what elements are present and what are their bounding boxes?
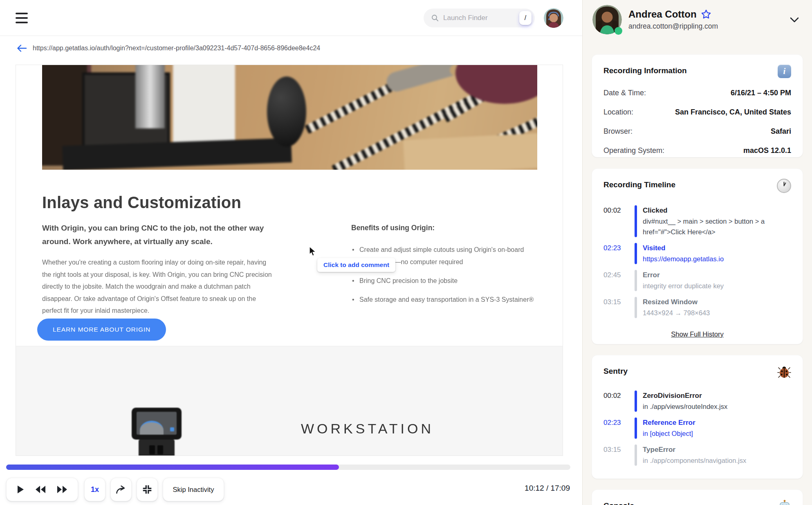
recording-information-card: Recording Information i Date & Time: 6/1… bbox=[592, 54, 803, 157]
search-input[interactable]: Launch Finder / bbox=[424, 9, 535, 27]
event-marker-bar bbox=[635, 205, 637, 237]
transport-controls bbox=[6, 478, 78, 501]
session-url: https://app.getatlas.io/auth/login?next=… bbox=[33, 45, 320, 52]
customer-email: andrea.cotton@rippling.com bbox=[628, 22, 718, 31]
benefits-list: Create and adjust simple cutouts using O… bbox=[351, 244, 538, 306]
sentry-card: Sentry 00:02 ZeroDivision bbox=[592, 355, 803, 479]
search-shortcut-badge: / bbox=[519, 11, 532, 25]
session-replay-app: Launch Finder / bbox=[0, 0, 812, 505]
clock-icon bbox=[777, 179, 791, 193]
event-marker-bar bbox=[635, 270, 637, 291]
benefit-item: Safe storage and easy transportation in … bbox=[351, 294, 538, 306]
online-status-dot bbox=[615, 27, 622, 35]
info-icon: i bbox=[778, 65, 791, 78]
skip-forward-icon bbox=[115, 485, 127, 494]
learn-more-button: LEARN MORE ABOUT ORIGIN bbox=[37, 319, 166, 341]
collapse-icon bbox=[142, 484, 153, 495]
add-comment-tooltip-label: Click to add comment bbox=[323, 261, 389, 268]
sentry-event[interactable]: 02:23 Reference Error in [object Object] bbox=[603, 417, 791, 444]
search-placeholder: Launch Finder bbox=[443, 14, 515, 22]
timeline-event[interactable]: 00:02 Clicked div#nuxt__ > main > sectio… bbox=[603, 205, 791, 243]
url-bar: https://app.getatlas.io/auth/login?next=… bbox=[16, 43, 320, 53]
cursor-pointer-icon bbox=[308, 246, 319, 257]
page-body-text: Whether you're creating a custom floorin… bbox=[42, 256, 274, 317]
collapse-player-button[interactable] bbox=[137, 478, 158, 501]
skip-forward-button[interactable] bbox=[110, 478, 132, 501]
page-subheading: With Origin, you can bring CNC to the jo… bbox=[42, 221, 292, 248]
page-heading: Inlays and Customization bbox=[42, 193, 241, 212]
info-row: Date & Time: 6/16/21 – 4:50 PM bbox=[603, 89, 791, 97]
timeline-event[interactable]: 02:23 Visited https://demoapp.getatlas.i… bbox=[603, 243, 791, 270]
favorite-star-icon[interactable] bbox=[701, 9, 711, 20]
back-icon[interactable] bbox=[16, 43, 27, 53]
fast-forward-button[interactable] bbox=[56, 485, 68, 494]
event-marker-bar bbox=[635, 444, 637, 466]
skip-inactivity-label: Skip Inactivity bbox=[173, 486, 214, 494]
hero-photo bbox=[42, 65, 537, 170]
chevron-down-icon[interactable] bbox=[789, 16, 800, 25]
workstation-logo: WORKSTATION bbox=[301, 421, 434, 437]
workstation-device-image bbox=[132, 408, 182, 456]
console-card: Console bbox=[592, 489, 803, 505]
event-marker-bar bbox=[635, 417, 637, 439]
event-marker-bar bbox=[635, 243, 637, 264]
info-row: Location: San Francisco, CA, United Stat… bbox=[603, 108, 791, 117]
event-marker-bar bbox=[635, 391, 637, 412]
benefit-item: Bring CNC precision to the jobsite bbox=[351, 275, 538, 287]
robot-icon bbox=[778, 500, 791, 505]
add-comment-tooltip[interactable]: Click to add comment bbox=[317, 258, 395, 272]
recording-timeline-card: Recording Timeline 00:02 Clicked div#nux… bbox=[592, 168, 803, 344]
console-title: Console bbox=[603, 500, 634, 505]
search-icon bbox=[431, 14, 439, 22]
topbar: Launch Finder / bbox=[0, 0, 582, 36]
benefits-title: Benefits of using Origin: bbox=[351, 224, 543, 232]
playback-speed-label: 1x bbox=[91, 485, 99, 494]
sentry-event[interactable]: 00:02 ZeroDivisionError in ./app/views/r… bbox=[603, 391, 791, 417]
bug-icon bbox=[777, 365, 791, 378]
timeline-events: 00:02 Clicked div#nuxt__ > main > sectio… bbox=[603, 205, 791, 324]
play-button[interactable] bbox=[16, 485, 25, 494]
recording-timeline-title: Recording Timeline bbox=[603, 179, 675, 189]
workstation-section: WORKSTATION bbox=[16, 346, 563, 456]
info-row: Browser: Safari bbox=[603, 127, 791, 136]
recorded-page: Inlays and Customization With Origin, yo… bbox=[16, 65, 563, 456]
recording-information-title: Recording Information bbox=[603, 65, 687, 75]
user-avatar[interactable] bbox=[544, 8, 563, 28]
sentry-title: Sentry bbox=[603, 365, 628, 376]
user-avatar-image bbox=[544, 8, 563, 28]
customer-profile-header: Andrea Cotton andrea.cotton@rippling.com bbox=[592, 5, 802, 34]
event-marker-bar bbox=[635, 297, 637, 318]
timeline-event[interactable]: 03:15 Resized Window 1443×924 → 798×643 bbox=[603, 297, 791, 324]
player-pane: Launch Finder / bbox=[0, 0, 582, 505]
sentry-event[interactable]: 03:15 TypeError in ./app/components/navi… bbox=[603, 444, 791, 471]
details-sidebar: Andrea Cotton andrea.cotton@rippling.com… bbox=[582, 0, 812, 505]
timeline-event[interactable]: 02:45 Error integrity error duplicate ke… bbox=[603, 270, 791, 297]
sentry-events: 00:02 ZeroDivisionError in ./app/views/r… bbox=[603, 391, 791, 471]
show-full-history-link[interactable]: Show Full History bbox=[603, 330, 791, 338]
rewind-button[interactable] bbox=[35, 485, 46, 494]
info-row: Operating System: macOS 12.0.1 bbox=[603, 146, 791, 155]
playback-speed-button[interactable]: 1x bbox=[84, 478, 105, 501]
customer-avatar bbox=[592, 5, 622, 34]
time-display: 10:12 / 17:09 bbox=[525, 484, 570, 493]
session-video[interactable]: Inlays and Customization With Origin, yo… bbox=[16, 65, 563, 456]
customer-name: Andrea Cotton bbox=[628, 9, 697, 20]
skip-inactivity-button[interactable]: Skip Inactivity bbox=[163, 478, 224, 501]
progress-fill bbox=[6, 465, 339, 470]
menu-button[interactable] bbox=[16, 12, 29, 24]
progress-bar[interactable] bbox=[6, 465, 570, 470]
